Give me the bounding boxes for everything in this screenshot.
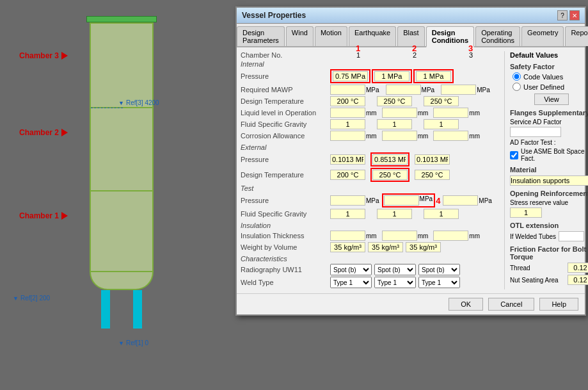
ins-thick-unit3: mm — [469, 232, 480, 240]
nut-input[interactable] — [568, 275, 588, 285]
cancel-button[interactable]: Cancel — [488, 298, 534, 311]
welded-tubes-input[interactable] — [559, 231, 584, 241]
code-values-radio[interactable] — [513, 72, 521, 81]
pressure-col3-group — [413, 69, 454, 83]
weight-vol-col2[interactable] — [368, 242, 403, 252]
chamber2-text: Chamber 2 — [19, 128, 59, 137]
corrosion-label: Corrosion Allowance — [241, 132, 330, 140]
design-temp-col2[interactable] — [377, 96, 412, 106]
user-defined-label: User Defined — [523, 83, 564, 91]
ext-pressure-col3[interactable] — [415, 154, 450, 165]
fluid-grav-col3[interactable] — [424, 119, 459, 129]
view-button[interactable]: View — [534, 93, 569, 105]
weight-vol-col1[interactable] — [330, 242, 365, 252]
ext-temp-col2-group — [370, 168, 409, 182]
weld-type-select-1[interactable]: Type 1Type 2Type 3 — [330, 277, 372, 288]
ad-factor-test-label: AD Factor Test : — [510, 139, 588, 146]
tab-geometry[interactable]: Geometry — [521, 26, 564, 46]
ins-thick-col1[interactable] — [330, 231, 365, 241]
close-button[interactable]: ✕ — [569, 10, 580, 20]
chamber-columns-header: 1 1 2 2 3 3 — [330, 51, 499, 59]
test-fluid-label: Fluid Specific Gravity — [241, 210, 330, 218]
pressure-col3-input[interactable] — [416, 71, 451, 81]
tab-wind[interactable]: Wind — [286, 26, 314, 46]
corr-col3[interactable] — [433, 131, 468, 141]
ext-pressure-col1[interactable] — [330, 154, 365, 165]
liquid-col3[interactable] — [433, 108, 468, 118]
pressure-col2-input[interactable] — [374, 71, 409, 81]
corr-col2[interactable] — [382, 131, 417, 141]
weight-vol-col3[interactable] — [406, 242, 441, 252]
pressure-col2-group — [372, 69, 412, 83]
user-defined-option[interactable]: User Defined — [513, 83, 588, 91]
test-fluid-col3[interactable] — [424, 209, 459, 219]
test-fluid-col2[interactable] — [377, 209, 412, 219]
mawp-col2[interactable] — [386, 85, 421, 95]
ins-thick-col2[interactable] — [382, 231, 417, 241]
design-temp-col3[interactable] — [424, 96, 459, 106]
ext-temp-row: Design Temperature — [241, 168, 499, 182]
test-pres-col3[interactable] — [443, 195, 478, 206]
tab-operating-conditions[interactable]: Operating Conditions — [475, 26, 520, 46]
ext-temp-col3[interactable] — [415, 170, 450, 180]
weld-type-row: Weld Type Type 1Type 2Type 3 Type 1Type … — [241, 277, 499, 288]
friction-factor-title: Friction Factor for Bolt Torque — [510, 245, 588, 261]
code-values-option[interactable]: Code Values — [513, 72, 588, 81]
corr-col1[interactable] — [330, 131, 365, 141]
radiography-select-2[interactable]: Spot (b)FullNone — [374, 264, 416, 275]
test-fluid-col1[interactable] — [330, 209, 365, 219]
help-footer-button[interactable]: Help — [539, 298, 578, 311]
tab-design-conditions[interactable]: Design Conditions — [426, 26, 474, 47]
characteristics-section-label: Characteristics — [241, 255, 499, 263]
test-pres-unit1: MPa — [366, 197, 379, 204]
help-button[interactable]: ? — [557, 10, 568, 20]
title-buttons: ? ✕ — [557, 10, 580, 20]
test-pressure-row: Pressure MPa MPa 4 MPa — [241, 193, 499, 207]
leg-left — [101, 290, 110, 329]
leg-right — [133, 290, 142, 329]
chamber1-label: Chamber 1 — [19, 211, 68, 220]
liquid-col2[interactable] — [382, 108, 417, 118]
ext-temp-col1[interactable] — [330, 170, 365, 180]
stress-reserve-input[interactable] — [510, 207, 542, 218]
fluid-grav-col2[interactable] — [377, 119, 412, 129]
material-input[interactable] — [510, 175, 588, 186]
thread-input[interactable] — [568, 263, 588, 273]
mawp-col3[interactable] — [441, 85, 476, 95]
tab-motion[interactable]: Motion — [315, 26, 347, 46]
internal-pressure-row: Pressure — [241, 69, 499, 83]
mawp-unit1: MPa — [366, 86, 379, 93]
liquid-col1[interactable] — [330, 108, 365, 118]
insulation-thickness-label: Insulation Thickness — [241, 232, 330, 240]
pressure-col1-input[interactable] — [333, 71, 368, 81]
service-ad-input[interactable] — [510, 127, 561, 137]
ext-pressure-label: Pressure — [241, 156, 330, 163]
weld-type-select-2[interactable]: Type 1Type 2Type 3 — [374, 277, 416, 288]
fluid-grav-col1[interactable] — [330, 119, 365, 129]
insulation-thickness-row: Insulation Thickness mm mm mm — [241, 231, 499, 241]
ext-pressure-col2[interactable] — [372, 154, 408, 165]
ok-button[interactable]: OK — [449, 298, 483, 311]
asme-checkbox[interactable] — [510, 151, 518, 159]
weight-volume-label: Weight by Volume — [241, 243, 330, 251]
asme-label: Use ASME Bolt Space Fact. — [521, 148, 588, 162]
ext-temp-col2[interactable] — [372, 170, 408, 180]
tab-design-parameters[interactable]: Design Parameters — [237, 26, 285, 46]
test-pres-col2[interactable] — [384, 195, 419, 206]
ext-pressure-col2-group — [370, 152, 409, 167]
ins-thick-col3[interactable] — [433, 231, 468, 241]
radiography-select-1[interactable]: Spot (b)FullNone — [330, 264, 372, 275]
radiography-select-3[interactable]: Spot (b)FullNone — [418, 264, 460, 275]
dialog-footer: OK Cancel Help — [237, 293, 585, 314]
mawp-col1[interactable] — [330, 85, 365, 95]
tab-report[interactable]: Report — [565, 26, 588, 46]
marker-3: 3 — [468, 44, 473, 53]
weld-type-select-3[interactable]: Type 1Type 2Type 3 — [418, 277, 460, 288]
test-pres-col1[interactable] — [330, 195, 365, 206]
chamber-divider-2 — [91, 190, 152, 191]
tab-blast[interactable]: Blast — [397, 26, 424, 46]
user-defined-radio[interactable] — [513, 83, 521, 91]
dialog-titlebar: Vessel Properties ? ✕ — [237, 8, 585, 24]
vessel-drawing — [86, 16, 157, 329]
design-temp-col1[interactable] — [330, 96, 365, 106]
